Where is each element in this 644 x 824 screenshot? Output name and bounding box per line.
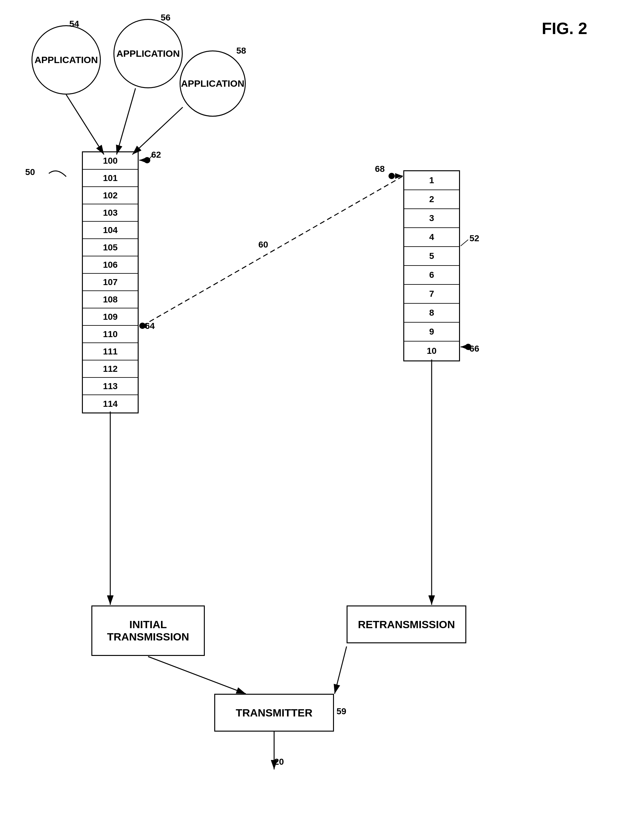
queue-row-110: 110 <box>83 326 138 343</box>
ref62-dot <box>144 157 150 163</box>
application-circle-3: APPLICATION <box>179 51 246 117</box>
app2-to-queue-arrow <box>117 88 135 155</box>
retransmission-label: RETRANSMISSION <box>358 618 455 631</box>
ref-59: 59 <box>336 706 346 716</box>
ref68-dot <box>388 173 395 179</box>
app3-to-queue-arrow <box>132 107 183 155</box>
ref-66: 66 <box>469 344 479 354</box>
retrans-row-6: 6 <box>404 266 459 285</box>
ref-20: 20 <box>274 757 284 767</box>
diagram: FIG. 2 APPLICATION 54 APPLICATION 56 APP… <box>0 0 644 824</box>
ref-50: 50 <box>25 167 35 177</box>
retransmission-box: RETRANSMISSION <box>347 606 466 643</box>
queue-row-114: 114 <box>83 395 138 412</box>
queue-row-102: 102 <box>83 187 138 204</box>
queue-row-111: 111 <box>83 343 138 360</box>
ref-58: 58 <box>236 46 246 56</box>
application-circle-1: APPLICATION <box>32 25 101 95</box>
app3-label: APPLICATION <box>181 78 244 89</box>
queue-row-108: 108 <box>83 291 138 308</box>
queue-row-104: 104 <box>83 222 138 239</box>
retrans-row-9: 9 <box>404 323 459 341</box>
ref64-dot <box>139 323 146 329</box>
ref-62: 62 <box>151 150 161 160</box>
initial-to-transmitter-arrow <box>148 656 246 694</box>
retrans-to-transmitter-arrow <box>334 646 347 694</box>
ref66-line <box>466 347 469 350</box>
app1-to-queue-arrow <box>66 95 104 155</box>
ref-52: 52 <box>469 234 479 243</box>
transmitter-label: TRANSMITTER <box>236 707 313 719</box>
queue-row-100: 100 <box>83 152 138 170</box>
initial-transmission-box: INITIAL TRANSMISSION <box>91 606 205 656</box>
ref52-line <box>461 240 468 246</box>
retrans-row-1: 1 <box>404 171 459 190</box>
retrans-queue: 1 2 3 4 5 6 7 8 9 10 <box>403 170 460 361</box>
retrans-row-7: 7 <box>404 285 459 304</box>
queue-row-113: 113 <box>83 378 138 395</box>
queue-row-101: 101 <box>83 170 138 187</box>
queue-row-109: 109 <box>83 308 138 326</box>
retrans-row-4: 4 <box>404 228 459 247</box>
transmitter-box: TRANSMITTER <box>214 694 334 732</box>
app1-label: APPLICATION <box>34 55 98 65</box>
ref50-curve <box>49 171 66 177</box>
queue-row-112: 112 <box>83 360 138 378</box>
app2-label: APPLICATION <box>116 48 179 59</box>
retrans-row-8: 8 <box>404 304 459 323</box>
ref-68: 68 <box>375 164 385 174</box>
main-queue: 100 101 102 103 104 105 106 107 108 109 … <box>82 151 139 414</box>
retrans-row-2: 2 <box>404 190 459 209</box>
queue-row-103: 103 <box>83 204 138 222</box>
initial-transmission-label: INITIAL TRANSMISSION <box>107 618 189 643</box>
queue-row-105: 105 <box>83 239 138 257</box>
figure-title: FIG. 2 <box>542 19 587 38</box>
retrans-row-5: 5 <box>404 247 459 266</box>
ref-56: 56 <box>161 12 170 23</box>
application-circle-2: APPLICATION <box>113 19 183 88</box>
queue-row-107: 107 <box>83 274 138 291</box>
ref-54: 54 <box>69 19 79 29</box>
queue-row-106: 106 <box>83 257 138 274</box>
arrow-60-label: 60 <box>258 240 268 250</box>
retrans-row-3: 3 <box>404 209 459 228</box>
retrans-row-10: 10 <box>404 341 459 360</box>
dashed-line-60 <box>143 176 403 326</box>
ref-64: 64 <box>145 321 155 331</box>
